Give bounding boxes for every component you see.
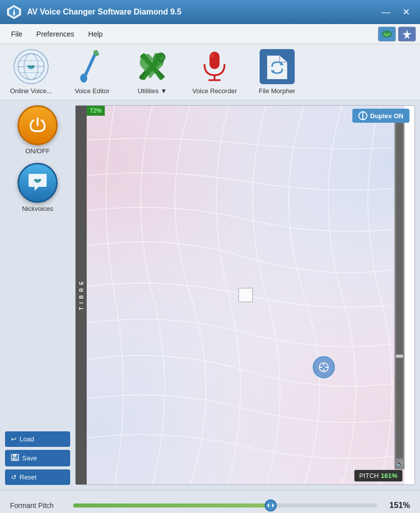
menu-file[interactable]: File: [4, 27, 30, 41]
mic-svg: [199, 49, 230, 84]
visualizer-area: T I B R E 72% Duplex ON: [75, 105, 415, 485]
nickvoices-button[interactable]: [18, 163, 58, 203]
main-content: ON/OFF Nickvoices ↩ Load: [0, 100, 420, 490]
volume-thumb: [396, 355, 403, 358]
svg-rect-21: [211, 53, 215, 58]
slider-arrows-icon: [267, 502, 274, 508]
morph-handle[interactable]: [313, 356, 335, 378]
toolbar-online-voice[interactable]: Online Voice...: [10, 49, 52, 95]
pitch-label-text: PITCH: [359, 472, 379, 479]
save-svg: [11, 454, 19, 461]
menu-help[interactable]: Help: [81, 27, 110, 41]
svg-line-12: [85, 52, 96, 77]
volume-icon: 🔊: [396, 460, 403, 467]
toolbar: Online Voice... Voice Editor: [0, 44, 420, 100]
load-button[interactable]: ↩ Load: [5, 431, 70, 447]
svg-rect-28: [13, 457, 18, 460]
reset-label: Reset: [20, 473, 37, 481]
tibre-percent: 72%: [87, 106, 105, 116]
toolbar-file-morpher[interactable]: File Morpher: [257, 49, 297, 95]
tools-svg: [135, 49, 170, 84]
online-voice-label: Online Voice...: [10, 87, 52, 95]
utilities-label: Utilities ▼: [138, 87, 167, 95]
save-label: Save: [22, 454, 37, 462]
formant-slider-thumb[interactable]: [265, 499, 277, 511]
crosshair-icon: [318, 362, 329, 373]
toolbar-voice-recorder[interactable]: Voice Recorder: [192, 49, 237, 95]
voice-editor-label: Voice Editor: [75, 87, 109, 95]
pitch-value: 161%: [381, 472, 397, 479]
volume-slider[interactable]: 🔊: [394, 121, 404, 469]
tibre-label: T I B R E: [76, 106, 87, 484]
file-morpher-icon: [260, 49, 295, 84]
online-voice-icon: [14, 49, 49, 84]
title-bar: AV Voice Changer Software Diamond 9.5 — …: [0, 0, 420, 24]
reset-button[interactable]: ↺ Reset: [5, 469, 70, 485]
formant-label: Formant Pitch: [10, 501, 65, 509]
close-button[interactable]: ✕: [398, 5, 414, 20]
minimize-button[interactable]: —: [377, 5, 394, 20]
load-label: Load: [20, 435, 34, 443]
file-morpher-svg: [265, 53, 290, 81]
volume-track: [396, 123, 403, 458]
window-title: AV Voice Changer Software Diamond 9.5: [27, 8, 377, 17]
svg-marker-5: [402, 30, 411, 39]
toolbar-voice-editor[interactable]: Voice Editor: [72, 49, 112, 95]
load-icon: ↩: [11, 435, 17, 443]
window-controls: — ✕: [377, 5, 414, 20]
formant-slider-fill: [73, 503, 271, 507]
menu-icon-btn-2[interactable]: [398, 27, 416, 42]
power-label: ON/OFF: [25, 147, 50, 155]
formant-bar: Formant Pitch 151%: [0, 490, 420, 513]
duplex-label: Duplex ON: [370, 112, 403, 120]
svg-point-13: [80, 74, 87, 83]
power-icon: [28, 115, 48, 135]
action-buttons: ↩ Load Save ↺ Reset: [5, 431, 70, 485]
globe-svg: [16, 52, 46, 82]
power-button[interactable]: [18, 105, 58, 145]
morph-svg: [87, 106, 404, 484]
reset-icon: ↺: [11, 473, 17, 481]
pitch-badge: PITCH161%: [354, 470, 402, 481]
voice-recorder-icon: [197, 49, 232, 84]
svg-marker-42: [267, 503, 269, 507]
sparkle-icon: [401, 29, 412, 40]
svg-rect-36: [239, 288, 252, 302]
svg-point-29: [16, 458, 17, 459]
formant-percent: 151%: [385, 501, 410, 510]
svg-rect-27: [13, 454, 17, 457]
voice-recorder-label: Voice Recorder: [192, 87, 237, 95]
formant-slider-track[interactable]: [73, 503, 377, 507]
file-morpher-label: File Morpher: [259, 87, 295, 95]
brush-svg: [77, 49, 107, 84]
nickvoices-label: Nickvoices: [22, 205, 53, 212]
voice-editor-icon: [75, 49, 110, 84]
app-logo: [6, 4, 22, 20]
duplex-badge[interactable]: Duplex ON: [352, 109, 409, 123]
left-panel: ON/OFF Nickvoices ↩ Load: [5, 105, 70, 485]
menu-preferences[interactable]: Preferences: [30, 27, 81, 41]
svg-marker-43: [272, 503, 274, 507]
morph-canvas: 🔊: [87, 106, 404, 484]
save-icon: [11, 454, 19, 462]
utilities-icon: [135, 49, 170, 84]
chat-icon: [27, 173, 49, 193]
toolbar-utilities[interactable]: Utilities ▼: [132, 49, 172, 95]
lips-icon: [381, 30, 392, 39]
menu-icon-btn-1[interactable]: [378, 27, 396, 42]
menu-bar: File Preferences Help: [0, 24, 420, 44]
save-button[interactable]: Save: [5, 450, 70, 466]
duplex-icon: [358, 111, 367, 120]
menu-icon-area: [378, 27, 416, 42]
